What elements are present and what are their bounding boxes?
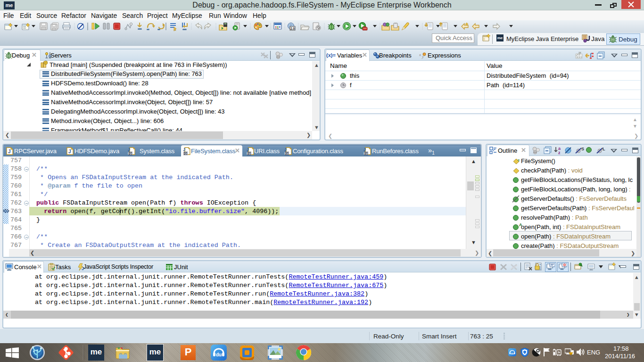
svg-text:J: J (128, 147, 130, 152)
svg-text:J: J (183, 147, 185, 152)
svg-text:J: J (8, 149, 11, 154)
svg-text:J: J (284, 147, 287, 152)
svg-text:010: 010 (128, 152, 133, 155)
svg-text:J: J (247, 147, 249, 152)
svg-text:du: du (216, 352, 222, 357)
svg-text:L: L (603, 147, 605, 151)
svg-text:S: S (581, 147, 584, 151)
svg-text:z: z (558, 150, 561, 155)
svg-text:010: 010 (247, 152, 252, 155)
svg-text:!: ! (570, 353, 571, 356)
svg-text:du: du (511, 352, 513, 355)
svg-text:c: c (518, 158, 520, 162)
svg-text:010: 010 (363, 152, 369, 155)
svg-text:010: 010 (183, 152, 188, 155)
svg-text:J: J (363, 147, 366, 152)
svg-text:x: x (419, 52, 421, 57)
svg-text:010: 010 (284, 152, 289, 155)
svg-text:2.0: 2.0 (290, 27, 295, 30)
svg-text:J: J (68, 149, 71, 154)
